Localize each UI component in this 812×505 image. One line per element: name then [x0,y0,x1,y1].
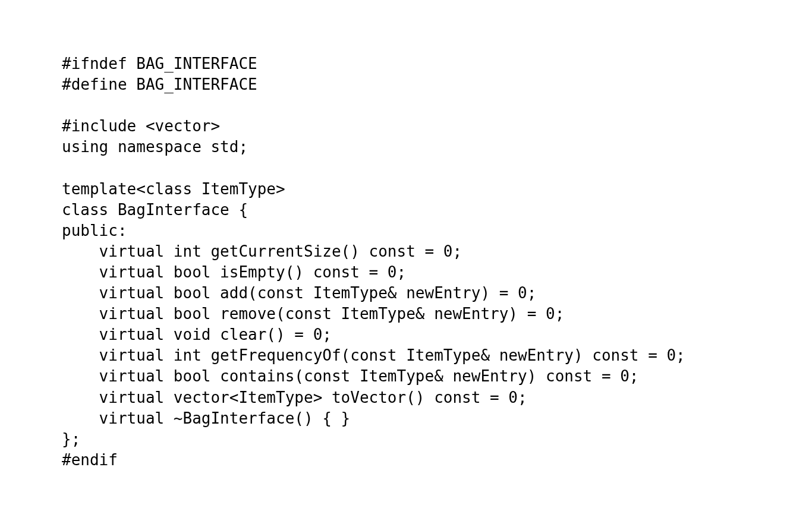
code-block: #ifndef BAG_INTERFACE #define BAG_INTERF… [0,0,812,471]
